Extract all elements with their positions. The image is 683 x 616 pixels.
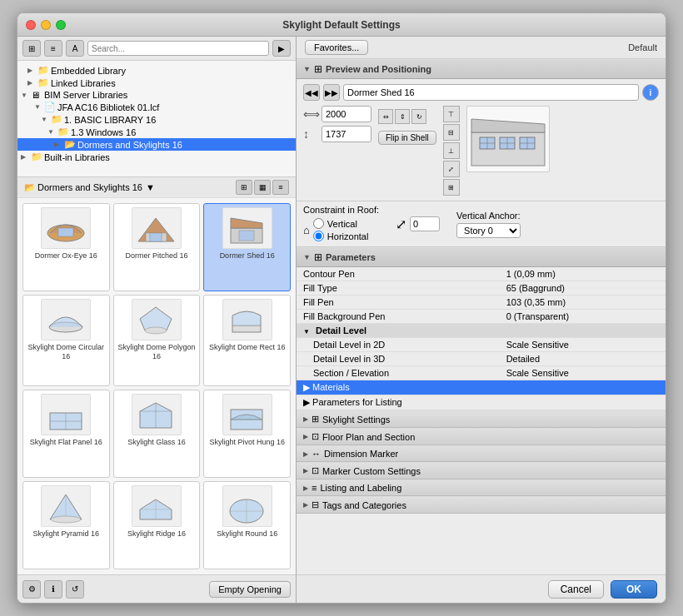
table-row[interactable]: Detail Level in 2D Scale Sensitive	[297, 338, 666, 352]
item-dormer-ox-eye[interactable]: Dormer Ox-Eye 16	[22, 203, 110, 291]
vertical-radio-input[interactable]	[313, 218, 324, 229]
width-icon: ⟺	[303, 107, 318, 121]
align-bot-icon[interactable]: ⊥	[443, 142, 460, 159]
horizontal-radio-input[interactable]	[313, 231, 324, 241]
ok-button[interactable]: OK	[611, 580, 657, 599]
vertical-radio[interactable]: Vertical	[313, 218, 369, 229]
folder-icon: 📁	[51, 114, 62, 125]
param-value: Scale Sensitive	[500, 338, 666, 352]
item-skylight-pyramid[interactable]: Skylight Pyramid 16	[22, 481, 110, 569]
item-skylight-round[interactable]: Skylight Round 16	[203, 481, 291, 569]
tree-item-label: Linked Libraries	[51, 78, 116, 88]
height-input[interactable]	[322, 126, 371, 142]
tags-categories-section[interactable]: ▶ ⊟ Tags and Categories	[297, 496, 666, 514]
search-input[interactable]	[87, 41, 269, 56]
minimize-button[interactable]	[41, 20, 51, 30]
preview-section: ◀◀ ▶▶ i ⟺ ↕	[297, 79, 666, 201]
view-large-icon[interactable]: ⊞	[236, 180, 252, 195]
svg-rect-1	[58, 228, 73, 236]
tags-icon: ⊟	[312, 499, 319, 510]
param-value: Detailed	[500, 352, 666, 366]
anchor-select[interactable]: Story 0 Story 1 Story 2	[456, 223, 520, 238]
preview-section-header[interactable]: ▼ ⊞ Preview and Positioning	[297, 59, 666, 79]
marker-custom-section[interactable]: ▶ ⊡ Marker Custom Settings	[297, 462, 666, 479]
settings-icon-btn[interactable]: ⚙	[22, 580, 41, 599]
item-skylight-dome-poly[interactable]: Skylight Dome Polygon 16	[113, 295, 201, 386]
parameters-section-header[interactable]: ▼ ⊞ Parameters	[297, 247, 666, 267]
titlebar: Skylight Default Settings	[17, 13, 666, 37]
position-icon[interactable]: ⊞	[443, 179, 460, 196]
item-dormer-pitched[interactable]: Dormer Pitched 16	[113, 203, 201, 291]
width-input[interactable]	[322, 106, 371, 122]
constraint-row: Constraint in Roof: ⌂ Vertical Ho	[297, 201, 666, 247]
view-btn-list[interactable]: ≡	[44, 40, 62, 57]
tree-arrow: ▼	[21, 92, 31, 99]
item-skylight-flat-panel[interactable]: Skylight Flat Panel 16	[22, 390, 110, 478]
item-skylight-ridge[interactable]: Skylight Ridge 16	[113, 481, 201, 569]
table-row[interactable]: Contour Pen 1 (0,09 mm)	[297, 267, 666, 281]
tree-arrow: ▶	[27, 79, 37, 87]
close-button[interactable]	[26, 20, 36, 30]
rotate-icon[interactable]: ↻	[411, 109, 426, 124]
view-btn-grid[interactable]: ⊞	[22, 40, 41, 57]
prev-button[interactable]: ◀◀	[303, 84, 320, 101]
flip-v-icon[interactable]: ⇕	[395, 109, 410, 124]
info-button[interactable]: i	[642, 84, 659, 101]
right-panel: Favorites... Default ▼ ⊞ Preview and Pos…	[297, 37, 666, 603]
view-small-icon[interactable]: ▦	[254, 180, 271, 195]
info-icon-btn[interactable]: ℹ	[44, 580, 62, 599]
view-list[interactable]: ≡	[272, 180, 289, 195]
tree-windows[interactable]: ▼ 📁 1.3 Windows 16	[17, 126, 296, 138]
align-mid-icon[interactable]: ⊟	[443, 124, 460, 141]
sort-btn[interactable]: A	[66, 40, 84, 57]
dormer-name-input[interactable]	[343, 84, 639, 101]
table-row-materials[interactable]: ▶ Materials	[297, 380, 666, 395]
right-bottom-bar: Cancel OK	[297, 574, 666, 603]
item-label: Skylight Dome Polygon 16	[117, 343, 197, 361]
align-top-icon[interactable]: ⊤	[443, 106, 460, 122]
horizontal-radio[interactable]: Horizontal	[313, 231, 369, 241]
group-row-detail-level[interactable]: ▼ Detail Level	[297, 324, 666, 338]
table-row[interactable]: Section / Elevation Scale Sensitive	[297, 366, 666, 380]
item-skylight-dome-circ[interactable]: Skylight Dome Circular 16	[22, 295, 110, 386]
item-label: Dormer Ox-Eye 16	[35, 251, 97, 261]
tree-basic-library[interactable]: ▼ 📁 1. BASIC LIBRARY 16	[17, 113, 296, 126]
item-thumb	[41, 485, 91, 527]
item-label: Skylight Dome Rect 16	[209, 343, 286, 352]
cancel-button[interactable]: Cancel	[548, 580, 604, 599]
tree-linked-libraries[interactable]: ▶ 📁 Linked Libraries	[17, 77, 296, 89]
dimension-marker-section[interactable]: ▶ ↔ Dimension Marker	[297, 445, 666, 462]
svg-marker-6	[231, 218, 262, 228]
tree-dormers-skylights[interactable]: ▶ 📂 Dormers and Skylights 16	[17, 138, 296, 151]
tree-bim-server[interactable]: ▼ 🖥 BIM Server Libraries	[17, 89, 296, 101]
next-button[interactable]: ▶▶	[323, 84, 340, 101]
favorites-button[interactable]: Favorites...	[305, 40, 368, 55]
table-row[interactable]: Fill Background Pen 0 (Transparent)	[297, 310, 666, 324]
tree-embedded-library[interactable]: ▶ 📁 Embedded Library	[17, 64, 296, 77]
item-skylight-dome-rect[interactable]: Skylight Dome Rect 16	[203, 295, 291, 386]
empty-opening-button[interactable]: Empty Opening	[209, 581, 291, 598]
search-button[interactable]: ▶	[272, 40, 291, 57]
item-skylight-glass[interactable]: Skylight Glass 16	[113, 390, 201, 478]
table-row[interactable]: Detail Level in 3D Detailed	[297, 352, 666, 366]
flip-h-icon[interactable]: ⇔	[378, 109, 393, 124]
tree-builtin-libraries[interactable]: ▶ 📁 Built-in Libraries	[17, 151, 296, 163]
folder-icon: 📁	[37, 77, 49, 88]
item-skylight-pivot[interactable]: Skylight Pivot Hung 16	[203, 390, 291, 478]
floor-plan-section[interactable]: ▶ ⊡ Floor Plan and Section	[297, 428, 666, 445]
refresh-icon-btn[interactable]: ↺	[66, 580, 84, 599]
table-row[interactable]: Fill Type 65 (Baggrund)	[297, 281, 666, 296]
offset-input[interactable]	[410, 216, 440, 231]
skylight-settings-section[interactable]: ▶ ⊞ Skylight Settings	[297, 410, 666, 428]
flip-shell-button[interactable]: Flip in Shell	[378, 131, 436, 145]
library-dropdown[interactable]: Dormers and Skylights 16 ▼	[37, 182, 236, 192]
vertical-anchor-area: Vertical Anchor: Story 0 Story 1 Story 2	[456, 211, 520, 238]
preview-body: ⟺ ↕ ⇔ ⇕ ↻ Flip	[303, 106, 659, 196]
tree-jfa-file[interactable]: ▼ 📄 JFA AC16 Bibliotek 01.lcf	[17, 101, 296, 113]
item-dormer-shed[interactable]: Dormer Shed 16	[203, 203, 291, 291]
table-row[interactable]: Fill Pen 103 (0,35 mm)	[297, 296, 666, 310]
table-row-params-listing[interactable]: ▶ Parameters for Listing	[297, 395, 666, 410]
maximize-button[interactable]	[56, 20, 66, 30]
listing-labeling-section[interactable]: ▶ ≡ Listing and Labeling	[297, 479, 666, 496]
stretch-icon[interactable]: ⤢	[443, 161, 460, 177]
